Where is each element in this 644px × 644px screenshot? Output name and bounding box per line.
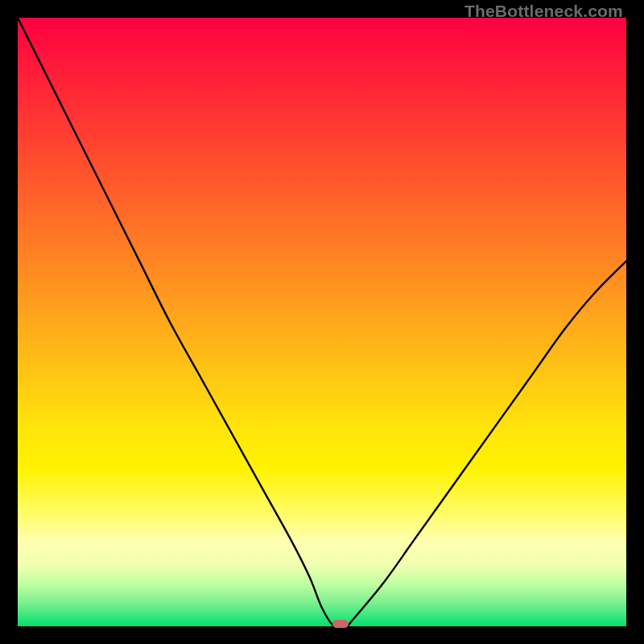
chart-frame: TheBottleneck.com: [0, 0, 644, 644]
watermark-text: TheBottleneck.com: [464, 2, 623, 21]
bottleneck-curve: [18, 18, 626, 626]
curve-svg: [18, 18, 626, 626]
minimum-marker: [332, 620, 349, 628]
plot-area: [18, 18, 626, 626]
